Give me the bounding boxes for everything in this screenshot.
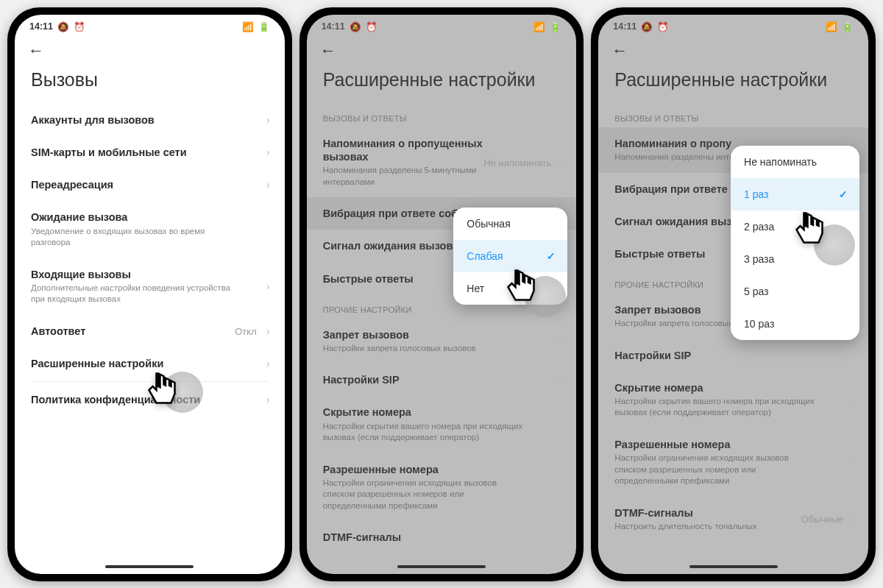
page-title: Вызовы [15,65,285,104]
back-button[interactable]: ← [611,41,628,60]
chevron-right-icon: › [850,350,854,361]
alarm-icon: ⏰ [657,21,669,32]
chevron-right-icon: › [558,335,562,347]
battery-icon: 🔋 [550,21,561,32]
signal-icon: 📶 [242,21,254,32]
item-advanced[interactable]: Расширенные настройки › [15,347,285,380]
screen-3: 14:11 🔕 ⏰ 📶 🔋 ← Расширенные настройки ВЫ… [598,15,868,574]
item-sip[interactable]: Настройки SIP › [307,364,577,396]
avatar-icon [814,224,855,266]
avatar-icon [525,276,566,317]
item-hide-number[interactable]: Скрытие номера Настройки скрытия вашего … [307,396,577,453]
item-allowed-numbers[interactable]: Разрешенные номера Настройки ограничения… [598,428,868,497]
chevron-right-icon: › [266,146,270,158]
chevron-right-icon: › [266,114,270,126]
item-missed-reminders[interactable]: Напоминания о пропущенных вызовах Напоми… [307,127,577,197]
popup-option[interactable]: Обычная [453,208,567,240]
battery-icon: 🔋 [258,21,270,32]
popup-option-selected[interactable]: Слабая✓ [453,240,567,272]
status-bar: 14:11 🔕 ⏰ 📶 🔋 [598,15,868,35]
item-call-waiting[interactable]: Ожидание вызова Уведомление о входящих в… [15,201,285,258]
screen-2: 14:11 🔕 ⏰ 📶 🔋 ← Расширенные настройки ВЫ… [307,15,577,574]
status-time: 14:11 [29,21,53,32]
alarm-icon: ⏰ [74,21,85,32]
signal-icon: 📶 [826,21,837,32]
item-accounts[interactable]: Аккаунты для вызовов › [15,104,285,136]
settings-list: ВЫЗОВЫ И ОТВЕТЫ Напоминания о пропущенны… [307,104,577,561]
back-button[interactable]: ← [28,41,44,60]
chevron-right-icon: › [558,374,562,386]
chevron-right-icon: › [558,481,562,493]
status-bar: 14:11 🔕 ⏰ 📶 🔋 [307,15,577,35]
section-header: ВЫЗОВЫ И ОТВЕТЫ [598,104,868,127]
item-autoanswer[interactable]: Автоответ Откл › [15,315,285,347]
chevron-right-icon: › [266,358,270,369]
home-indicator [105,565,194,568]
chevron-right-icon: › [850,456,854,468]
page-title: Расширенные настройки [598,65,868,104]
check-icon: ✓ [547,250,556,262]
mute-icon: 🔕 [57,21,69,32]
item-call-barring[interactable]: Запрет вызовов Настройки запрета голосов… [307,319,577,364]
chevron-right-icon: › [266,179,270,191]
back-button[interactable]: ← [320,41,336,60]
status-bar: 14:11 🔕 ⏰ 📶 🔋 [15,15,285,35]
chevron-right-icon: › [558,419,562,431]
mute-icon: 🔕 [641,21,653,32]
chevron-right-icon: › [850,394,854,405]
alarm-icon: ⏰ [366,21,377,32]
screen-1: 14:11 🔕 ⏰ 📶 🔋 ← Вызовы Аккаунты для вызо… [15,15,285,574]
chevron-right-icon: › [266,394,270,405]
check-icon: ✓ [839,188,848,200]
phone-frame-3: 14:11 🔕 ⏰ 📶 🔋 ← Расширенные настройки ВЫ… [591,7,876,581]
avatar-icon [162,372,203,413]
phone-frame-2: 14:11 🔕 ⏰ 📶 🔋 ← Расширенные настройки ВЫ… [299,7,584,581]
chevron-right-icon: › [266,325,270,337]
item-privacy[interactable]: Политика конфиденциальности › [15,383,285,416]
popup-option[interactable]: 10 раз [731,308,859,340]
item-incoming[interactable]: Входящие вызовы Дополнительные настройки… [15,258,285,315]
updown-icon: ▲▼ [848,514,854,524]
home-indicator [397,565,486,568]
status-time: 14:11 [613,21,636,32]
home-indicator [689,565,778,568]
battery-icon: 🔋 [842,21,854,32]
signal-icon: 📶 [533,21,545,32]
settings-list: Аккаунты для вызовов › SIM-карты и мобил… [15,104,285,423]
popup-option[interactable]: Не напоминать [731,146,859,178]
status-time: 14:11 [322,21,345,32]
updown-icon: ▲▼ [556,157,561,168]
phone-frame-1: 14:11 🔕 ⏰ 📶 🔋 ← Вызовы Аккаунты для вызо… [7,7,292,581]
page-title: Расширенные настройки [307,65,577,104]
item-hide-number[interactable]: Скрытие номера Настройки скрытия вашего … [598,372,868,428]
mute-icon: 🔕 [350,21,361,32]
item-dtmf[interactable]: DTMF-сигналы Настроить длительность тона… [598,497,868,542]
section-header: ВЫЗОВЫ И ОТВЕТЫ [307,104,577,127]
popup-option[interactable]: 5 раз [731,275,859,308]
item-sim[interactable]: SIM-карты и мобильные сети › [15,136,285,169]
item-allowed-numbers[interactable]: Разрешенные номера Настройки ограничения… [307,453,577,522]
popup-option-selected[interactable]: 1 раз✓ [731,178,859,210]
chevron-right-icon: › [266,280,270,292]
item-forwarding[interactable]: Переадресация › [15,169,285,201]
item-dtmf[interactable]: DTMF-сигналы [307,521,577,553]
item-sip[interactable]: Настройки SIP › [598,339,868,372]
divider [31,381,269,382]
